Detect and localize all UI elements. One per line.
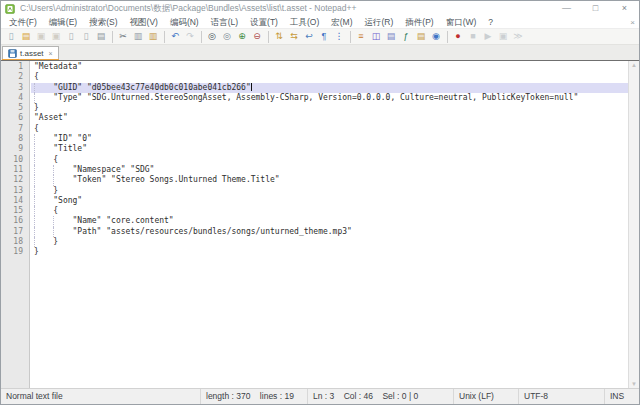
save-icon[interactable]: ▣ <box>34 30 48 43</box>
toolbar-separator <box>447 31 448 43</box>
menu-item-2[interactable]: 搜索(S) <box>83 16 123 29</box>
record-macro-icon[interactable]: ● <box>451 30 465 43</box>
menu-item-1[interactable]: 编辑(E) <box>43 16 83 29</box>
indent-guide <box>34 216 35 226</box>
menu-item-6[interactable]: 设置(T) <box>244 16 284 29</box>
minimize-icon[interactable]: — <box>552 1 581 16</box>
open-folder-icon[interactable]: ▤ <box>19 30 33 43</box>
tab-close-icon[interactable]: × <box>49 50 53 58</box>
code-line-text: "Song" <box>34 196 82 205</box>
show-indent-guide-icon[interactable]: ⋮ <box>332 30 346 43</box>
tab-bar: t.asset × <box>1 45 639 60</box>
menubar-close-icon[interactable]: × <box>630 16 635 29</box>
zoom-out-icon[interactable]: ⊖ <box>250 30 264 43</box>
menu-item-7[interactable]: 工具(O) <box>284 16 325 29</box>
scroll-up-icon[interactable]: ▲ <box>631 61 637 69</box>
indent-guide <box>34 83 35 93</box>
editor-area[interactable]: 12345678910111213141516171819 "Metadata"… <box>1 60 639 388</box>
sync-vertical-icon[interactable]: ⇅ <box>272 30 286 43</box>
menu-item-11[interactable]: 窗口(W) <box>440 16 483 29</box>
run-macro-multiple-icon[interactable]: ≫ <box>511 30 525 43</box>
close-icon[interactable]: × <box>610 1 639 16</box>
code-line-text: { <box>34 72 39 81</box>
new-file-icon[interactable]: ▯ <box>4 30 18 43</box>
menu-item-3[interactable]: 视图(V) <box>124 16 164 29</box>
menu-item-8[interactable]: 宏(M) <box>325 16 358 29</box>
cut-icon[interactable]: ✂ <box>116 30 130 43</box>
print-icon[interactable]: ▤ <box>94 30 108 43</box>
menu-item-9[interactable]: 运行(R) <box>358 16 399 29</box>
sync-horizontal-icon[interactable]: ⇆ <box>287 30 301 43</box>
word-wrap-icon[interactable]: ↩ <box>302 30 316 43</box>
close-file-icon[interactable]: ▯ <box>64 30 78 43</box>
code-line-15: { <box>31 206 628 216</box>
find-icon[interactable]: ◎ <box>205 30 219 43</box>
code-line-17: "Path" "assets/resources/bundles/songs/u… <box>31 227 628 237</box>
status-insert-mode: INS <box>605 389 639 404</box>
indent-guide <box>34 165 35 175</box>
paste-icon[interactable]: ▥ <box>146 30 160 43</box>
tab-t-asset[interactable]: t.asset × <box>2 46 59 60</box>
code-line-text: "Path" "assets/resources/bundles/songs/u… <box>34 227 352 236</box>
user-defined-dialog-icon[interactable]: ≡ <box>354 30 368 43</box>
line-number: 19 <box>1 247 23 257</box>
line-number: 18 <box>1 237 23 247</box>
save-macro-icon[interactable]: ▣ <box>496 30 510 43</box>
copy-icon[interactable]: ▥ <box>131 30 145 43</box>
status-cursor-position: Ln : 3 Col : 46 Sel : 0 | 0 <box>308 389 454 404</box>
status-bar: Normal text file length : 370 lines : 19… <box>1 388 639 404</box>
code-line-4: "Type" "SDG.Unturned.StereoSongAsset, As… <box>31 93 628 103</box>
line-number: 6 <box>1 113 23 123</box>
line-number: 5 <box>1 103 23 113</box>
indent-guide <box>34 196 35 206</box>
stop-macro-icon[interactable]: ■ <box>466 30 480 43</box>
code-text-area[interactable]: "Metadata"{ "GUID" "d05bee43c77e40db0c01… <box>31 61 628 388</box>
vertical-scrollbar[interactable]: ▲ ▼ <box>628 61 639 388</box>
undo-icon[interactable]: ↶ <box>168 30 182 43</box>
status-encoding: UTF-8 <box>519 389 605 404</box>
window-title: C:\Users\Administrator\Documents\数据\Pack… <box>20 3 552 15</box>
indent-guide <box>34 186 35 196</box>
zoom-in-icon[interactable]: ⊕ <box>235 30 249 43</box>
monitoring-icon[interactable]: ◉ <box>429 30 443 43</box>
indent-guide <box>34 155 35 165</box>
menu-item-10[interactable]: 插件(P) <box>399 16 439 29</box>
code-line-text: "Name" "core.content" <box>34 216 174 225</box>
code-line-19: } <box>31 247 628 257</box>
text-caret <box>251 83 252 91</box>
maximize-icon[interactable]: □ <box>581 1 610 16</box>
code-line-6: "Asset" <box>31 113 628 123</box>
function-list-icon[interactable]: ƒ <box>399 30 413 43</box>
menu-item-5[interactable]: 语言(L) <box>205 16 244 29</box>
redo-icon[interactable]: ↷ <box>183 30 197 43</box>
tab-label: t.asset <box>20 49 44 58</box>
save-all-icon[interactable]: ▣ <box>49 30 63 43</box>
saved-file-icon <box>8 49 17 58</box>
notepad-plus-plus-icon <box>5 4 15 14</box>
code-line-3: "GUID" "d05bee43c77e40db0c010abe041cb266… <box>31 83 628 93</box>
menu-item-4[interactable]: 编码(N) <box>164 16 205 29</box>
code-line-text: "Title" <box>34 144 87 153</box>
line-number: 12 <box>1 175 23 185</box>
close-all-icon[interactable]: ▯ <box>79 30 93 43</box>
indent-guide <box>53 227 54 237</box>
line-number: 15 <box>1 206 23 216</box>
replace-icon[interactable]: ◎ <box>220 30 234 43</box>
code-line-text: "Asset" <box>34 113 68 122</box>
line-number: 14 <box>1 196 23 206</box>
line-number: 4 <box>1 93 23 103</box>
line-number: 2 <box>1 72 23 82</box>
play-macro-icon[interactable]: ▶ <box>481 30 495 43</box>
show-all-characters-icon[interactable]: ¶ <box>317 30 331 43</box>
code-line-8: "ID" "0" <box>31 134 628 144</box>
code-line-text: "Token" "Stereo Songs.Unturned Theme.Tit… <box>34 175 280 184</box>
document-map-icon[interactable]: ◫ <box>369 30 383 43</box>
scroll-down-icon[interactable]: ▼ <box>631 380 637 388</box>
status-length-lines: length : 370 lines : 19 <box>201 389 308 404</box>
folder-as-workspace-icon[interactable]: ▤ <box>414 30 428 43</box>
menu-item-0[interactable]: 文件(F) <box>3 16 43 29</box>
document-list-icon[interactable]: ▤ <box>384 30 398 43</box>
code-line-13: } <box>31 186 628 196</box>
menu-item-12[interactable]: ? <box>482 16 499 29</box>
line-number: 17 <box>1 227 23 237</box>
